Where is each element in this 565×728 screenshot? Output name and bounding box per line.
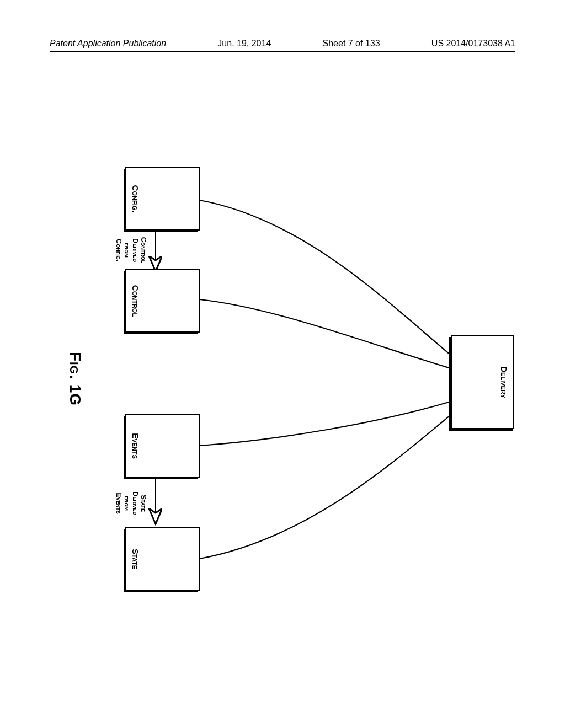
box-state: State — [125, 527, 200, 591]
figure-caption: Fig. 1G — [66, 352, 84, 406]
box-state-label: State — [131, 549, 140, 569]
box-control-label: Control — [131, 285, 140, 317]
label-state-derived: State Derived from Events — [114, 483, 147, 524]
header-publication: Patent Application Publication — [50, 39, 166, 49]
box-config: Config. — [125, 167, 200, 231]
page-header: Patent Application Publication Jun. 19, … — [0, 39, 565, 49]
box-delivery: Delivery — [451, 335, 514, 429]
header-pubno: US 2014/0173038 A1 — [431, 39, 515, 49]
header-date: Jun. 19, 2014 — [217, 39, 271, 49]
box-config-label: Config. — [131, 185, 140, 213]
diagram: Delivery Config. Control Events State Co… — [12, 164, 553, 597]
label-control-derived: Control Derived from Config. — [114, 229, 147, 271]
box-events: Events — [125, 414, 200, 478]
header-divider — [50, 51, 515, 52]
box-delivery-label: Delivery — [499, 366, 509, 398]
header-sheet: Sheet 7 of 133 — [323, 39, 380, 49]
box-events-label: Events — [131, 433, 140, 459]
box-control: Control — [125, 269, 200, 333]
